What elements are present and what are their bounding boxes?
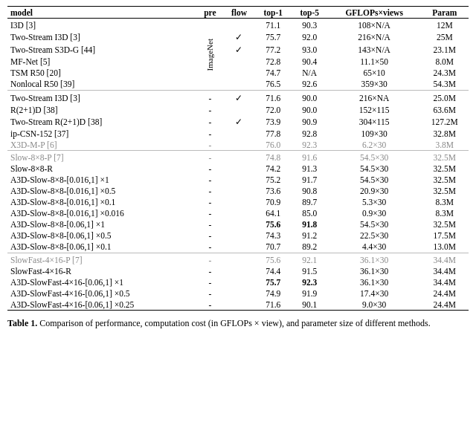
flow-cell bbox=[223, 197, 254, 208]
pre-cell: - bbox=[197, 253, 224, 265]
top1-cell: 73.9 bbox=[255, 115, 292, 128]
pre-cell: - bbox=[197, 208, 224, 219]
top1-cell: 76.5 bbox=[255, 79, 292, 91]
pre-cell: - bbox=[197, 175, 224, 186]
caption-text: Comparison of performance, computation c… bbox=[37, 318, 430, 328]
table-row: A3D-Slow-8×8-[0.06,1] ×1 bbox=[7, 219, 197, 230]
pre-cell: - bbox=[197, 90, 224, 104]
flow-cell bbox=[223, 299, 254, 311]
pre-cell: - bbox=[197, 151, 224, 163]
flow-cell bbox=[223, 288, 254, 299]
table-row: A3D-Slow-8×8-[0.06,1] ×0.5 bbox=[7, 230, 197, 241]
top1-cell: 74.9 bbox=[255, 288, 292, 299]
top5-cell: 91.5 bbox=[292, 265, 328, 276]
top5-cell: 91.3 bbox=[292, 163, 328, 175]
table-row: SlowFast-4×16-R bbox=[7, 265, 197, 276]
pre-cell: - bbox=[197, 104, 224, 115]
gflops-cell: 54.5×30 bbox=[328, 219, 421, 230]
flow-cell bbox=[223, 139, 254, 151]
gflops-cell: 11.1×50 bbox=[328, 56, 421, 68]
gflops-cell: 22.5×30 bbox=[328, 230, 421, 241]
gflops-cell: 54.5×30 bbox=[328, 175, 421, 186]
table-row: A3D-Slow-8×8-[0.016,1] ×1 bbox=[7, 175, 197, 186]
param-cell: 23.1M bbox=[421, 44, 469, 56]
gflops-cell: 359×30 bbox=[328, 79, 421, 91]
table-row: SlowFast-4×16-P [7] bbox=[7, 253, 197, 265]
param-cell: 34.4M bbox=[421, 253, 469, 265]
gflops-cell: 109×30 bbox=[328, 128, 421, 139]
gflops-cell: 304×115 bbox=[328, 115, 421, 128]
param-cell: 3.8M bbox=[421, 139, 469, 151]
top5-cell: 85.0 bbox=[292, 208, 328, 219]
top5-cell: 90.3 bbox=[292, 19, 328, 31]
gflops-cell: 54.5×30 bbox=[328, 163, 421, 175]
gflops-cell: 36.1×30 bbox=[328, 265, 421, 276]
top1-cell: 71.1 bbox=[255, 19, 292, 31]
pre-cell: - bbox=[197, 288, 224, 299]
top1-cell: 74.4 bbox=[255, 265, 292, 276]
gflops-cell: 216×NA bbox=[328, 90, 421, 104]
top1-cell: 75.7 bbox=[255, 31, 292, 44]
pre-cell: - bbox=[197, 265, 224, 276]
top5-cell: 92.3 bbox=[292, 139, 328, 151]
pre-cell: - bbox=[197, 163, 224, 175]
top5-cell: 90.8 bbox=[292, 186, 328, 197]
table-row: TSM R50 [20] bbox=[7, 68, 197, 79]
param-cell: 25.0M bbox=[421, 90, 469, 104]
pre-cell: - bbox=[197, 230, 224, 241]
top5-cell: 89.2 bbox=[292, 241, 328, 253]
top5-cell: 90.4 bbox=[292, 56, 328, 68]
top1-cell: 64.1 bbox=[255, 208, 292, 219]
table-row: Two-Stream R(2+1)D [38] bbox=[7, 115, 197, 128]
table-row: X3D-M-P [6] bbox=[7, 139, 197, 151]
table-row: A3D-SlowFast-4×16-[0.06,1] ×0.5 bbox=[7, 288, 197, 299]
top5-cell: 90.0 bbox=[292, 90, 328, 104]
gflops-cell: 4.4×30 bbox=[328, 241, 421, 253]
table-row: I3D [3] bbox=[7, 19, 197, 31]
caption-label: Table 1. bbox=[7, 318, 37, 328]
top1-cell: 74.8 bbox=[255, 151, 292, 163]
table-row: MF-Net [5] bbox=[7, 56, 197, 68]
param-cell: 17.5M bbox=[421, 230, 469, 241]
top1-cell: 71.6 bbox=[255, 90, 292, 104]
gflops-cell: 17.4×30 bbox=[328, 288, 421, 299]
param-cell: 8.0M bbox=[421, 56, 469, 68]
top1-cell: 75.6 bbox=[255, 253, 292, 265]
table-row: A3D-Slow-8×8-[0.06,1] ×0.1 bbox=[7, 241, 197, 253]
top5-cell: 92.6 bbox=[292, 79, 328, 91]
flow-cell: ✓ bbox=[223, 31, 254, 44]
param-cell: 54.3M bbox=[421, 79, 469, 91]
flow-cell bbox=[223, 208, 254, 219]
top5-cell: 92.8 bbox=[292, 128, 328, 139]
param-cell: 8.3M bbox=[421, 208, 469, 219]
pre-cell: - bbox=[197, 128, 224, 139]
gflops-cell: 143×N/A bbox=[328, 44, 421, 56]
top5-cell: 90.9 bbox=[292, 115, 328, 128]
pre-cell: - bbox=[197, 276, 224, 288]
gflops-cell: 36.1×30 bbox=[328, 276, 421, 288]
top5-cell: 91.9 bbox=[292, 288, 328, 299]
flow-cell bbox=[223, 104, 254, 115]
flow-cell: ✓ bbox=[223, 115, 254, 128]
gflops-cell: 152×115 bbox=[328, 104, 421, 115]
table-row: Two-Stream I3D [3] bbox=[7, 31, 197, 44]
top1-cell: 70.7 bbox=[255, 241, 292, 253]
top5-cell: N/A bbox=[292, 68, 328, 79]
top1-cell: 70.9 bbox=[255, 197, 292, 208]
col-model: model bbox=[7, 7, 197, 19]
pre-cell: - bbox=[197, 139, 224, 151]
gflops-cell: 6.2×30 bbox=[328, 139, 421, 151]
top1-cell: 76.0 bbox=[255, 139, 292, 151]
flow-cell bbox=[223, 253, 254, 265]
flow-cell bbox=[223, 163, 254, 175]
gflops-cell: 20.9×30 bbox=[328, 186, 421, 197]
top1-cell: 75.6 bbox=[255, 219, 292, 230]
top5-cell: 92.3 bbox=[292, 276, 328, 288]
flow-cell bbox=[223, 68, 254, 79]
param-cell: 24.3M bbox=[421, 68, 469, 79]
param-cell: 127.2M bbox=[421, 115, 469, 128]
gflops-cell: 0.9×30 bbox=[328, 208, 421, 219]
flow-cell: ✓ bbox=[223, 44, 254, 56]
gflops-cell: 65×10 bbox=[328, 68, 421, 79]
table-row: A3D-SlowFast-4×16-[0.06,1] ×0.25 bbox=[7, 299, 197, 311]
